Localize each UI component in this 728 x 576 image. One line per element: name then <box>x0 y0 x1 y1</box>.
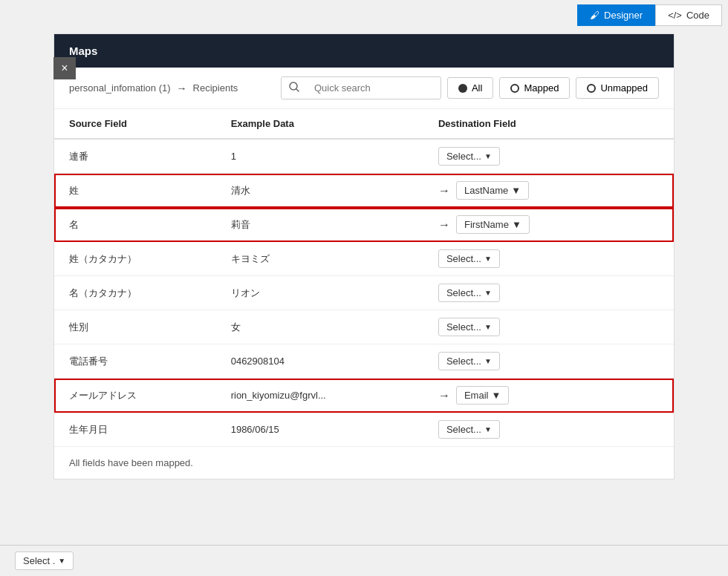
designer-label: Designer <box>604 10 643 21</box>
designer-button[interactable]: 🖌 Designer <box>577 4 655 26</box>
designer-icon: 🖌 <box>590 10 599 21</box>
source-field-cell: 電話番号 <box>54 344 216 379</box>
destination-field-cell: Select...▼ <box>423 139 625 174</box>
table-row: 姓清水→LastName▼ <box>54 174 674 208</box>
select-field-button[interactable]: Select...▼ <box>438 318 500 336</box>
filter-mapped-button[interactable]: Mapped <box>499 77 570 99</box>
field-button-label: Select... <box>446 253 481 264</box>
extra-cell <box>625 413 674 447</box>
destination-field-cell: Select...▼ <box>423 344 625 379</box>
maps-title: Maps <box>69 45 97 57</box>
example-data-cell: 清水 <box>216 174 423 208</box>
table-row: 生年月日1986/06/15Select...▼ <box>54 413 674 447</box>
field-button-caret: ▼ <box>484 323 492 331</box>
select-field-button[interactable]: Select...▼ <box>438 420 500 439</box>
col-source-field: Source Field <box>54 109 216 139</box>
field-button-label: Select... <box>446 151 481 162</box>
source-field-cell: 姓（カタカナ） <box>54 242 216 276</box>
example-data-cell: リオン <box>216 276 423 310</box>
close-panel-button[interactable]: × <box>53 57 76 79</box>
svg-line-1 <box>296 89 299 91</box>
table-row: 性別女Select...▼ <box>54 310 674 344</box>
destination-field-cell: Select...▼ <box>423 276 625 310</box>
filter-all-button[interactable]: All <box>447 77 493 99</box>
maps-header: Maps <box>54 34 674 68</box>
search-input[interactable] <box>307 78 441 98</box>
mapped-field-button[interactable]: LastName▼ <box>456 181 529 200</box>
field-button-label: Select... <box>446 424 481 435</box>
example-data-cell: 0462908104 <box>216 344 423 379</box>
select-field-button[interactable]: Select...▼ <box>438 147 500 166</box>
extra-cell <box>625 276 674 310</box>
field-button-label: Email <box>464 390 489 401</box>
source-field-cell: 生年月日 <box>54 413 216 447</box>
source-field-cell: メールアドレス <box>54 379 216 413</box>
field-button-label: Select... <box>446 356 481 367</box>
field-button-label: Select... <box>446 321 481 333</box>
field-button-label: FirstName <box>464 219 509 230</box>
filter-mapped-label: Mapped <box>524 82 559 94</box>
table-row: 電話番号0462908104Select...▼ <box>54 344 674 379</box>
field-button-caret: ▼ <box>491 390 501 401</box>
source-field-cell: 名（カタカナ） <box>54 276 216 310</box>
example-data-cell: rion_kiyomizu@fgrvl... <box>216 379 423 413</box>
destination-field-cell: Select...▼ <box>423 310 625 344</box>
all-radio-filled <box>458 84 467 93</box>
field-button-label: Select... <box>446 287 481 298</box>
search-box <box>281 76 441 99</box>
example-data-cell: 1986/06/15 <box>216 413 423 447</box>
col-destination-field: Destination Field <box>423 109 625 139</box>
example-data-cell: 莉音 <box>216 208 423 242</box>
unmapped-radio <box>587 84 596 93</box>
field-button-caret: ▼ <box>484 357 492 365</box>
extra-cell <box>625 242 674 276</box>
table-row: 連番1Select...▼ <box>54 139 674 174</box>
mapping-table: Source Field Example Data Destination Fi… <box>54 109 674 447</box>
mapped-field-button[interactable]: Email▼ <box>456 386 509 405</box>
mapped-arrow-icon: → <box>438 184 450 197</box>
extra-cell <box>625 174 674 208</box>
source-field-cell: 名 <box>54 208 216 242</box>
mapped-field-button[interactable]: FirstName▼ <box>456 215 530 234</box>
example-data-cell: キヨミズ <box>216 242 423 276</box>
col-extra <box>625 109 674 139</box>
field-button-caret: ▼ <box>484 289 492 297</box>
extra-cell <box>625 139 674 174</box>
field-button-caret: ▼ <box>512 219 521 230</box>
search-icon <box>282 77 307 99</box>
extra-cell <box>625 310 674 344</box>
field-button-caret: ▼ <box>484 255 492 263</box>
source-field-cell: 連番 <box>54 139 216 174</box>
mapped-radio <box>510 84 519 93</box>
code-label: Code <box>686 10 709 21</box>
source-field-cell: 姓 <box>54 174 216 208</box>
destination-field-cell: →FirstName▼ <box>423 208 625 242</box>
extra-cell <box>625 208 674 242</box>
select-field-button[interactable]: Select...▼ <box>438 352 500 370</box>
example-data-cell: 女 <box>216 310 423 344</box>
select-field-button[interactable]: Select...▼ <box>438 249 500 268</box>
breadcrumb-destination: Recipients <box>193 82 238 94</box>
mapped-arrow-icon: → <box>438 218 450 232</box>
table-row: 名莉音→FirstName▼ <box>54 208 674 242</box>
all-mapped-message: All fields have been mapped. <box>54 447 674 479</box>
filter-unmapped-button[interactable]: Unmapped <box>576 77 659 99</box>
field-button-caret: ▼ <box>484 425 492 433</box>
filter-all-label: All <box>472 82 482 94</box>
field-button-label: LastName <box>464 185 508 196</box>
table-row: メールアドレスrion_kiyomizu@fgrvl...→Email▼ <box>54 379 674 413</box>
extra-cell <box>625 344 674 379</box>
destination-field-cell: Select...▼ <box>423 413 625 447</box>
field-button-caret: ▼ <box>484 152 492 160</box>
destination-field-cell: Select...▼ <box>423 242 625 276</box>
select-field-button[interactable]: Select...▼ <box>438 284 500 302</box>
destination-field-cell: →Email▼ <box>423 379 625 413</box>
table-row: 名（カタカナ）リオンSelect...▼ <box>54 276 674 310</box>
code-icon: </> <box>668 10 682 21</box>
field-button-caret: ▼ <box>511 185 521 196</box>
code-button[interactable]: </> Code <box>655 4 722 26</box>
col-example-data: Example Data <box>216 109 423 139</box>
example-data-cell: 1 <box>216 139 423 174</box>
breadcrumb: personal_infomation (1) → Recipients All <box>54 68 674 109</box>
mapped-arrow-icon: → <box>438 389 450 402</box>
